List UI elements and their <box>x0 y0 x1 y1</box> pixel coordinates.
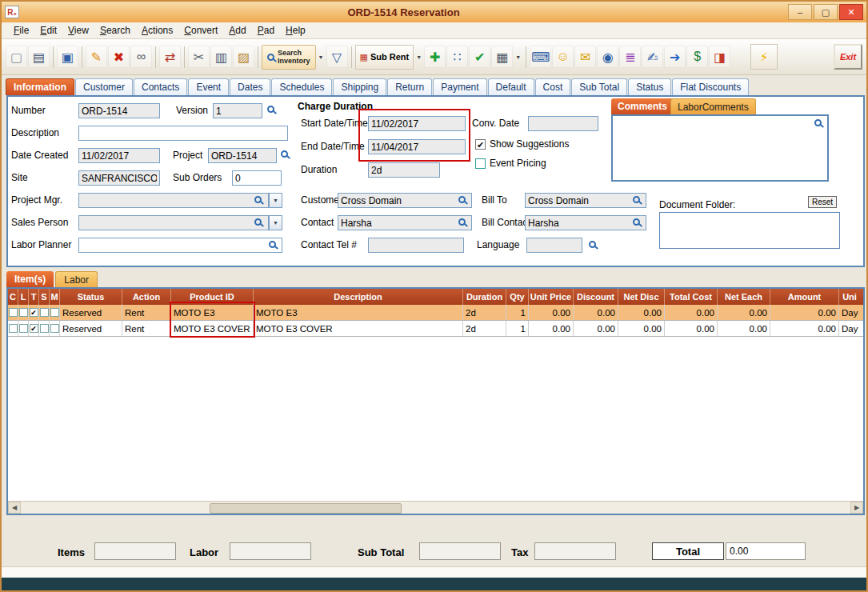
tab-default[interactable]: Default <box>488 78 534 95</box>
menu-item-convert[interactable]: Convert <box>178 23 223 38</box>
tab-items[interactable]: Item(s) <box>6 271 54 287</box>
scroll-left-icon[interactable]: ◀ <box>8 502 21 514</box>
tab-payment[interactable]: Payment <box>433 78 486 95</box>
people-icon[interactable]: ∷ <box>446 46 468 68</box>
minimize-button[interactable]: – <box>788 4 812 20</box>
scroll-thumb[interactable] <box>210 503 402 514</box>
maximize-button[interactable]: ▢ <box>814 4 838 20</box>
conv-date-field[interactable] <box>528 116 598 131</box>
search-icon[interactable] <box>267 106 274 113</box>
add-icon[interactable]: ✚ <box>424 46 446 68</box>
lightning-icon[interactable]: ⚡ <box>750 44 778 70</box>
customer-field[interactable] <box>338 193 472 208</box>
smiley-icon[interactable]: ☺ <box>552 46 574 68</box>
globe-icon[interactable]: ◉ <box>597 46 618 68</box>
row-checkbox-t[interactable]: ✔ <box>30 324 38 333</box>
menu-item-actions[interactable]: Actions <box>136 23 178 38</box>
tab-flat-discounts[interactable]: Flat Discounts <box>672 78 749 95</box>
menu-item-add[interactable]: Add <box>223 23 251 38</box>
date-created-field[interactable] <box>78 148 160 163</box>
row-checkbox-t[interactable]: ✔ <box>30 308 38 317</box>
search-inventory-button[interactable]: Search Inventory <box>262 45 316 70</box>
row-checkbox-s[interactable] <box>40 324 49 333</box>
header-c[interactable]: C <box>8 289 18 305</box>
calculator-icon[interactable]: ▦ <box>491 46 513 68</box>
search-icon[interactable] <box>458 196 466 203</box>
delete-icon[interactable]: ✖ <box>108 46 130 68</box>
link-icon[interactable]: ➔ <box>664 46 686 68</box>
menu-item-edit[interactable]: Edit <box>34 23 62 38</box>
menu-item-help[interactable]: Help <box>280 23 311 38</box>
tax-field[interactable] <box>534 542 616 560</box>
close-button[interactable]: ✕ <box>839 4 863 20</box>
search-icon[interactable] <box>458 218 466 226</box>
row-checkbox-m[interactable] <box>50 308 59 317</box>
new-icon[interactable]: ▢ <box>6 46 27 68</box>
tab-dates[interactable]: Dates <box>230 78 270 95</box>
header-l[interactable]: L <box>18 289 29 305</box>
binoculars-icon[interactable]: ∞ <box>130 46 152 68</box>
mail-icon[interactable]: ✉ <box>574 46 596 68</box>
header-status[interactable]: Status <box>60 289 122 305</box>
money-icon[interactable]: $ <box>686 46 708 68</box>
layers-icon[interactable]: ≣ <box>619 46 641 68</box>
language-field[interactable] <box>526 238 582 253</box>
note-icon[interactable]: ✔ <box>469 46 490 68</box>
header-m[interactable]: M <box>50 289 60 305</box>
cut-icon[interactable]: ✂ <box>188 46 210 68</box>
copy-icon[interactable]: ▥ <box>210 46 232 68</box>
project-mgr-field[interactable] <box>78 193 269 208</box>
tab-sub-total[interactable]: Sub Total <box>571 78 627 95</box>
contact-tel-field[interactable] <box>368 238 464 253</box>
menu-item-file[interactable]: File <box>8 23 34 38</box>
print-icon[interactable]: ▤ <box>28 46 50 68</box>
convert-icon[interactable]: ⇄ <box>159 46 181 68</box>
header-amount[interactable]: Amount <box>770 289 839 305</box>
row-checkbox-c[interactable] <box>9 324 18 333</box>
search-icon[interactable] <box>633 218 640 226</box>
search-inventory-dropdown[interactable]: ▼ <box>317 46 326 68</box>
tab-comments[interactable]: Comments <box>611 98 674 114</box>
header-t[interactable]: T <box>29 289 39 305</box>
tab-cost[interactable]: Cost <box>535 78 571 95</box>
search-icon[interactable] <box>254 218 262 226</box>
sales-person-dropdown[interactable]: ▼ <box>269 215 282 230</box>
search-icon[interactable] <box>269 241 276 248</box>
header-action[interactable]: Action <box>122 289 171 305</box>
exit-button[interactable]: Exit <box>834 44 862 70</box>
menu-item-view[interactable]: View <box>62 23 94 38</box>
items-total-field[interactable] <box>94 542 176 560</box>
sub-rent-button[interactable]: ▦ Sub Rent <box>355 45 414 70</box>
scroll-right-icon[interactable]: ▶ <box>850 502 863 514</box>
project-mgr-dropdown[interactable]: ▼ <box>269 193 282 208</box>
tab-information[interactable]: Information <box>6 78 74 95</box>
tab-schedules[interactable]: Schedules <box>271 78 332 95</box>
contact-field[interactable] <box>338 215 472 230</box>
comments-textarea[interactable] <box>611 114 829 182</box>
sub-total-field[interactable] <box>419 542 501 560</box>
tab-return[interactable]: Return <box>387 78 432 95</box>
sales-person-field[interactable] <box>78 215 269 230</box>
header-qty[interactable]: Qty <box>506 289 529 305</box>
header-unit[interactable]: Uni <box>839 289 860 305</box>
header-duration[interactable]: Duration <box>463 289 506 305</box>
header-net-each[interactable]: Net Each <box>718 289 770 305</box>
duration-field[interactable] <box>368 162 440 178</box>
tab-labor[interactable]: Labor <box>55 271 98 287</box>
project-field[interactable] <box>208 148 277 163</box>
paste-icon[interactable]: ▨ <box>233 46 254 68</box>
calculator-dropdown[interactable]: ▼ <box>514 46 522 68</box>
row-checkbox-c[interactable] <box>9 308 18 317</box>
number-field[interactable] <box>78 103 160 118</box>
pen-icon[interactable]: ✎ <box>86 46 107 68</box>
filter-icon[interactable]: ▽ <box>326 46 348 68</box>
fax-icon[interactable]: ⌨ <box>530 46 551 68</box>
h-scrollbar[interactable]: ◀ ▶ <box>8 501 863 514</box>
search-icon[interactable] <box>281 150 288 158</box>
header-unit-price[interactable]: Unit Price <box>529 289 574 305</box>
header-description[interactable]: Description <box>254 289 463 305</box>
tab-labor-comments[interactable]: LaborComments <box>670 98 756 114</box>
search-icon[interactable] <box>814 119 822 126</box>
version-field[interactable] <box>213 103 262 118</box>
table-row[interactable]: ✔ Reserved Rent MOTO E3 MOTO E3 2d 1 0.0… <box>8 305 863 321</box>
